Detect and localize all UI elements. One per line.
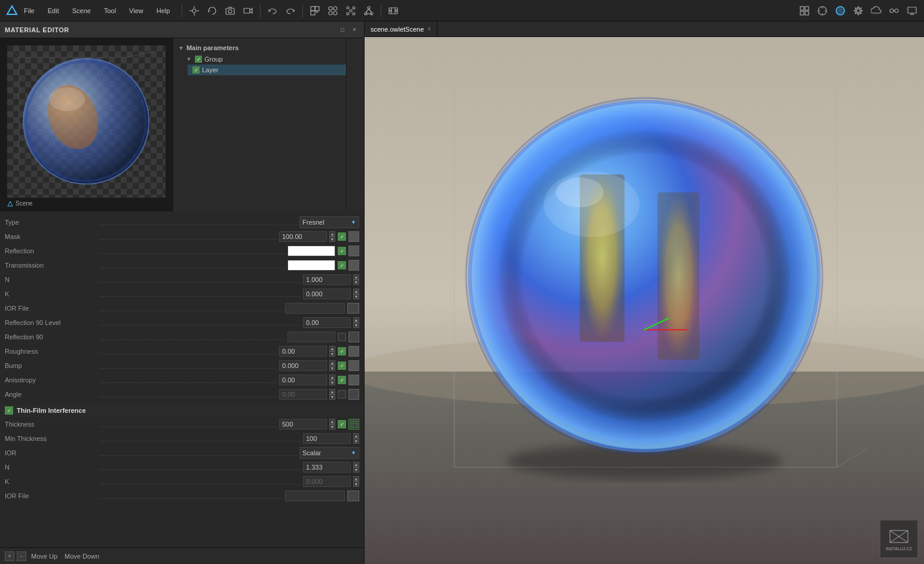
object-add-icon[interactable] <box>307 2 323 19</box>
param-k2-down[interactable]: ▼ <box>353 482 359 487</box>
param-n2-down[interactable]: ▼ <box>353 467 359 473</box>
param-angle-input[interactable] <box>279 389 327 400</box>
param-thickness-down[interactable]: ▼ <box>329 424 335 430</box>
param-refl90-level-down[interactable]: ▼ <box>353 323 359 328</box>
menu-edit[interactable]: Edit <box>45 6 62 16</box>
panel-minimize-button[interactable]: □ <box>338 25 347 35</box>
param-type-dropdown[interactable]: Fresnel ▼ <box>299 216 359 228</box>
param-refl90-level-up[interactable]: ▲ <box>353 317 359 323</box>
param-n-input[interactable] <box>303 274 351 285</box>
undo-icon[interactable] <box>264 2 281 19</box>
param-n-down[interactable]: ▼ <box>353 280 359 285</box>
render-settings-icon[interactable] <box>850 2 867 19</box>
param-refl90-input[interactable] <box>287 332 335 342</box>
param-mask-down[interactable]: ▼ <box>329 237 335 242</box>
param-min-thickness-down[interactable]: ▼ <box>353 439 359 444</box>
distribute-icon[interactable] <box>886 2 902 19</box>
param-ior-dropdown[interactable]: Scalar ▼ <box>299 447 359 459</box>
param-roughness-down[interactable]: ▼ <box>329 351 335 357</box>
param-mask-swatch[interactable] <box>348 231 359 242</box>
param-roughness-up[interactable]: ▲ <box>329 346 335 351</box>
param-ior-file-btn[interactable] <box>347 303 359 314</box>
display-icon[interactable] <box>904 2 920 19</box>
layout-icon[interactable] <box>796 2 813 19</box>
panel-close-button[interactable]: × <box>350 25 359 35</box>
param-thickness-texture[interactable] <box>348 419 359 430</box>
param-roughness-check[interactable] <box>338 347 346 355</box>
param-bump-down[interactable]: ▼ <box>329 366 335 371</box>
tree-layer-item[interactable]: Layer <box>188 65 346 75</box>
param-mask-up[interactable]: ▲ <box>329 231 335 237</box>
simulation-icon[interactable] <box>360 2 377 19</box>
param-angle-check[interactable] <box>338 390 346 399</box>
render-sphere-icon[interactable] <box>832 2 849 19</box>
thin-film-check[interactable] <box>5 406 13 415</box>
param-ior-file2-btn[interactable] <box>347 491 359 501</box>
param-k2-input[interactable] <box>303 476 351 487</box>
menu-tool[interactable]: Tool <box>102 6 118 16</box>
param-anisotropy-check[interactable] <box>338 376 346 384</box>
param-angle-up[interactable]: ▲ <box>329 389 335 394</box>
param-k-up[interactable]: ▲ <box>353 289 359 294</box>
param-ior-file-input[interactable] <box>285 303 345 314</box>
param-anisotropy-swatch[interactable] <box>348 375 359 385</box>
param-min-thickness-input[interactable] <box>303 433 351 444</box>
camera-icon[interactable] <box>222 2 238 19</box>
preview-scene-button[interactable]: Scene <box>0 198 173 209</box>
viewport-tab-close[interactable]: × <box>427 26 431 32</box>
menu-help[interactable]: Help <box>154 6 173 16</box>
param-n-up[interactable]: ▲ <box>353 274 359 280</box>
tree-group-checkbox[interactable] <box>195 56 202 63</box>
render-icon[interactable] <box>814 2 831 19</box>
param-anisotropy-up[interactable]: ▲ <box>329 375 335 380</box>
param-bump-check[interactable] <box>338 361 346 370</box>
param-bump-swatch[interactable] <box>348 360 359 371</box>
remove-button[interactable]: − <box>17 551 26 561</box>
param-transmission-input[interactable] <box>287 260 335 271</box>
param-mask-check[interactable] <box>338 232 346 241</box>
param-reflection-swatch[interactable] <box>348 246 359 256</box>
param-transmission-swatch[interactable] <box>348 260 359 271</box>
param-anisotropy-input[interactable] <box>279 375 327 385</box>
param-refl90-level-input[interactable] <box>303 317 351 328</box>
viewport-tab-scene[interactable]: scene.owletScene × <box>365 22 437 36</box>
move-down-button[interactable]: Move Down <box>62 552 102 560</box>
param-refl90-check[interactable] <box>338 333 346 341</box>
param-n2-up[interactable]: ▲ <box>353 462 359 467</box>
cloud-icon[interactable] <box>868 2 885 19</box>
film-icon[interactable] <box>385 2 402 19</box>
viewport-canvas[interactable]: INSTALUJ.CZ <box>365 37 924 564</box>
param-k-down[interactable]: ▼ <box>353 294 359 299</box>
param-reflection-check[interactable] <box>338 247 346 255</box>
param-thickness-input[interactable] <box>279 419 327 430</box>
particles-icon[interactable] <box>342 2 359 19</box>
param-k2-up[interactable]: ▲ <box>353 476 359 482</box>
param-min-thickness-up[interactable]: ▲ <box>353 433 359 439</box>
param-bump-input[interactable] <box>279 360 327 371</box>
param-k-input[interactable] <box>303 289 351 299</box>
move-up-button[interactable]: Move Up <box>29 552 60 560</box>
tree-layer-checkbox[interactable] <box>192 66 200 73</box>
menu-scene[interactable]: Scene <box>70 6 93 16</box>
param-roughness-input[interactable] <box>279 346 327 357</box>
param-angle-down[interactable]: ▼ <box>329 394 335 400</box>
param-thickness-up[interactable]: ▲ <box>329 419 335 424</box>
menu-file[interactable]: File <box>22 6 37 16</box>
add-button[interactable]: + <box>5 551 14 561</box>
param-bump-up[interactable]: ▲ <box>329 360 335 366</box>
tree-main-parameters[interactable]: ▼ Main parameters <box>173 42 346 54</box>
param-thickness-check[interactable] <box>338 420 346 428</box>
param-n2-input[interactable] <box>303 462 351 473</box>
param-roughness-swatch[interactable] <box>348 346 359 357</box>
param-mask-input[interactable] <box>279 231 327 242</box>
transform-rotate-icon[interactable] <box>204 2 221 19</box>
multi-select-icon[interactable] <box>325 2 341 19</box>
transform-move-icon[interactable] <box>186 2 203 19</box>
tree-group-item[interactable]: ▼ Group <box>180 54 346 65</box>
param-reflection-input[interactable] <box>287 246 335 256</box>
param-transmission-check[interactable] <box>338 261 346 269</box>
param-anisotropy-down[interactable]: ▼ <box>329 380 335 385</box>
param-angle-swatch[interactable] <box>348 389 359 400</box>
menu-view[interactable]: View <box>127 6 146 16</box>
redo-icon[interactable] <box>282 2 299 19</box>
